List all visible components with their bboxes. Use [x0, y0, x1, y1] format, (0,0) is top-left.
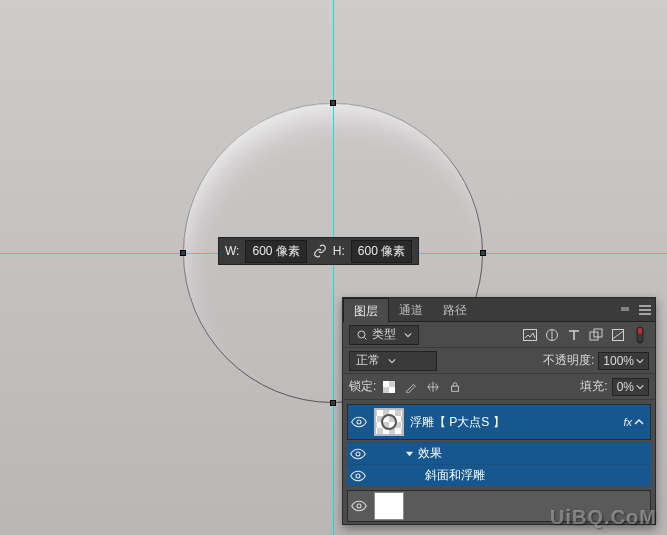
- svg-point-0: [358, 331, 365, 338]
- filter-kind-label: 类型: [372, 326, 396, 343]
- svg-point-14: [356, 474, 360, 478]
- fill-label: 填充:: [580, 378, 607, 395]
- layer-thumbnail[interactable]: [374, 408, 404, 436]
- effects-label: 效果: [418, 445, 442, 462]
- svg-point-15: [357, 504, 361, 508]
- opacity-label: 不透明度:: [543, 352, 594, 369]
- layer-effects-row[interactable]: 效果: [347, 442, 651, 464]
- fill-value: 0%: [617, 380, 634, 394]
- svg-rect-9: [383, 381, 389, 387]
- width-label: W:: [225, 244, 239, 258]
- lock-label: 锁定:: [349, 378, 376, 395]
- link-wh-icon[interactable]: [313, 244, 327, 258]
- blend-mode-value: 正常: [356, 352, 380, 369]
- filter-adjustment-icon[interactable]: [543, 326, 561, 344]
- chevron-down-icon: [636, 383, 644, 391]
- height-field[interactable]: 600 像素: [351, 240, 412, 263]
- guide-vertical[interactable]: [333, 0, 334, 535]
- visibility-toggle[interactable]: [347, 448, 369, 460]
- filter-kind-select[interactable]: 类型: [349, 325, 419, 345]
- layer-row[interactable]: 浮雕【 P大点S 】 fx: [347, 404, 651, 440]
- chevron-down-icon: [388, 357, 396, 365]
- panel-menu-icon[interactable]: [635, 301, 655, 319]
- fx-collapse-icon[interactable]: [634, 417, 644, 427]
- lock-all-icon[interactable]: [446, 378, 464, 396]
- anchor-point-bottom[interactable]: [330, 400, 336, 406]
- svg-point-13: [356, 452, 360, 456]
- lock-transparency-icon[interactable]: [380, 378, 398, 396]
- svg-rect-1: [524, 329, 537, 340]
- fx-badge[interactable]: fx: [623, 416, 632, 428]
- layer-effect-item[interactable]: 斜面和浮雕: [347, 464, 651, 486]
- opacity-value: 100%: [603, 354, 634, 368]
- anchor-point-right[interactable]: [480, 250, 486, 256]
- fill-field[interactable]: 0%: [612, 378, 649, 396]
- lock-position-icon[interactable]: [424, 378, 442, 396]
- visibility-toggle[interactable]: [348, 416, 370, 428]
- layers-list: 浮雕【 P大点S 】 fx 效果 斜面和浮雕: [343, 400, 655, 522]
- width-field[interactable]: 600 像素: [245, 240, 306, 263]
- layer-name[interactable]: 浮雕【 P大点S 】: [410, 414, 623, 431]
- opacity-field[interactable]: 100%: [598, 352, 649, 370]
- canvas-area[interactable]: W: 600 像素 H: 600 像素 图层 通道 路径 类型: [0, 0, 667, 535]
- filter-shape-icon[interactable]: [587, 326, 605, 344]
- anchor-point-top[interactable]: [330, 100, 336, 106]
- height-label: H:: [333, 244, 345, 258]
- layer-thumbnail[interactable]: [374, 492, 404, 520]
- layer-filter-row: 类型: [343, 322, 655, 348]
- blend-row: 正常 不透明度: 100%: [343, 348, 655, 374]
- layers-panel: 图层 通道 路径 类型 正常: [342, 297, 656, 525]
- tab-channels[interactable]: 通道: [389, 298, 433, 322]
- chevron-down-icon: [404, 331, 412, 339]
- anchor-point-left[interactable]: [180, 250, 186, 256]
- filter-image-icon[interactable]: [521, 326, 539, 344]
- filter-smartobj-icon[interactable]: [609, 326, 627, 344]
- visibility-toggle[interactable]: [347, 470, 369, 482]
- filter-type-icon[interactable]: [565, 326, 583, 344]
- transform-size-overlay: W: 600 像素 H: 600 像素: [218, 237, 419, 265]
- tab-layers[interactable]: 图层: [343, 298, 389, 322]
- triangle-down-icon: [405, 449, 414, 458]
- effect-name: 斜面和浮雕: [425, 467, 485, 484]
- chevron-down-icon: [636, 357, 644, 365]
- svg-rect-7: [638, 328, 642, 334]
- lock-pixels-icon[interactable]: [402, 378, 420, 396]
- svg-point-12: [357, 420, 361, 424]
- blend-mode-select[interactable]: 正常: [349, 351, 437, 371]
- visibility-toggle[interactable]: [348, 500, 370, 512]
- svg-rect-10: [389, 387, 395, 393]
- collapse-icon[interactable]: [615, 301, 635, 319]
- lock-row: 锁定: 填充: 0%: [343, 374, 655, 400]
- tab-paths[interactable]: 路径: [433, 298, 477, 322]
- filter-toggle-switch[interactable]: [631, 326, 649, 344]
- layer-row[interactable]: [347, 490, 651, 522]
- panel-tabs: 图层 通道 路径: [343, 298, 655, 322]
- svg-rect-11: [452, 386, 459, 391]
